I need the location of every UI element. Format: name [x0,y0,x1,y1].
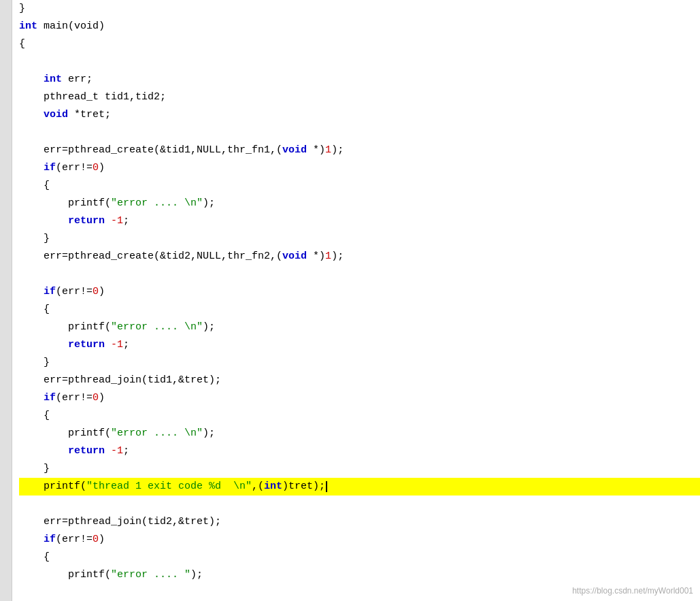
token-num: 0 [93,283,99,301]
code-line: err=pthread_join(tid1,&tret); [19,372,700,389]
code-line: if(err!=0) [19,531,700,549]
code-line [19,53,700,71]
token-normal: ) [99,531,105,549]
code-container: }int main(void){ int err; pthread_t tid1… [0,0,700,601]
token-normal: pthread_t tid1,tid2; [19,88,166,106]
token-kw: int [19,18,37,35]
code-line: } [19,354,700,372]
code-line: int err; [19,71,700,88]
token-normal [19,71,44,88]
token-normal [19,283,44,301]
code-line: int main(void) [19,18,700,35]
token-normal: } [19,460,50,478]
token-kw: int [44,71,62,88]
token-normal: main(void) [37,18,105,35]
token-kw: if [44,531,56,549]
code-line: return -1; [19,212,700,230]
token-normal: { [19,301,50,319]
token-normal: err=pthread_join(tid2,&tret); [19,513,221,531]
token-num: -1 [111,442,123,460]
token-punc: { [19,35,25,53]
token-num: -1 [111,336,123,354]
code-line: printf("error .... \n"); [19,195,700,212]
token-normal [105,212,111,230]
token-normal: ; [123,212,129,230]
code-line: err=pthread_join(tid2,&tret); [19,513,700,531]
token-normal: )tret); [282,478,325,496]
token-normal [105,442,111,460]
token-normal [19,106,44,124]
code-line: } [19,230,700,248]
token-normal: *) [307,248,325,265]
token-kw: if [44,389,56,407]
token-normal: ,( [252,478,264,496]
code-line: return -1; [19,336,700,354]
token-normal: ) [99,159,105,177]
code-line: if(err!=0) [19,283,700,301]
token-normal: (err!= [56,531,93,549]
token-kw: void [282,248,307,265]
code-line: printf("error .... \n"); [19,425,700,442]
token-normal: *) [307,142,325,159]
token-normal: ) [99,283,105,301]
code-line: { [19,177,700,195]
token-normal [19,442,68,460]
code-line: pthread_t tid1,tid2; [19,88,700,106]
token-normal: (err!= [56,283,93,301]
token-normal [19,389,44,407]
code-line [19,265,700,283]
token-str: "error .... \n" [111,319,203,336]
token-num: -1 [111,212,123,230]
code-line: { [19,407,700,425]
token-normal: ; [123,336,129,354]
code-line: } [19,0,700,18]
code-line: void *tret; [19,106,700,124]
code-line: return -1; [19,442,700,460]
token-normal: ) [99,389,105,407]
token-normal: ); [203,319,215,336]
token-normal: ); [190,566,203,584]
token-normal: { [19,407,50,425]
token-normal: { [19,177,50,195]
token-num: 1 [325,142,331,159]
code-line: printf("error .... "); [19,566,700,584]
token-normal: printf( [19,425,111,442]
token-normal [19,159,44,177]
token-kw: return [68,442,105,460]
token-num: 0 [93,531,99,549]
code-line: printf("thread 1 exit code %d \n",(int)t… [19,478,700,496]
code-line: { [19,301,700,319]
code-area[interactable]: }int main(void){ int err; pthread_t tid1… [12,0,700,601]
token-normal: err=pthread_join(tid1,&tret); [19,372,221,389]
code-line [19,496,700,513]
token-normal: err=pthread_create(&tid2,NULL,thr_fn2,( [19,248,282,265]
token-kw: if [44,159,56,177]
code-line [19,124,700,142]
token-kw: if [44,283,56,301]
line-numbers [0,0,12,601]
token-normal: } [19,354,50,372]
code-line: err=pthread_create(&tid1,NULL,thr_fn1,(v… [19,142,700,159]
code-line: if(err!=0) [19,389,700,407]
token-normal: printf( [19,566,111,584]
token-str: "error .... " [111,566,190,584]
token-normal: err; [62,71,93,88]
token-cast-kw: int [264,478,282,496]
token-normal: (err!= [56,389,93,407]
token-normal [19,336,68,354]
code-line: err=pthread_create(&tid2,NULL,thr_fn2,(v… [19,248,700,265]
token-normal: ; [123,442,129,460]
token-str: "thread 1 exit code %d \n" [86,478,252,496]
token-num: 1 [325,248,331,265]
token-kw: return [68,212,105,230]
token-normal: ); [331,248,344,265]
token-normal: { [19,549,50,566]
watermark: https://blog.csdn.net/myWorld001 [572,586,693,596]
token-normal: err=pthread_create(&tid1,NULL,thr_fn1,( [19,142,282,159]
token-normal: ); [331,142,344,159]
token-normal [105,336,111,354]
token-kw: void [282,142,307,159]
code-line: { [19,549,700,566]
token-kw: return [68,336,105,354]
token-num: 0 [93,159,99,177]
